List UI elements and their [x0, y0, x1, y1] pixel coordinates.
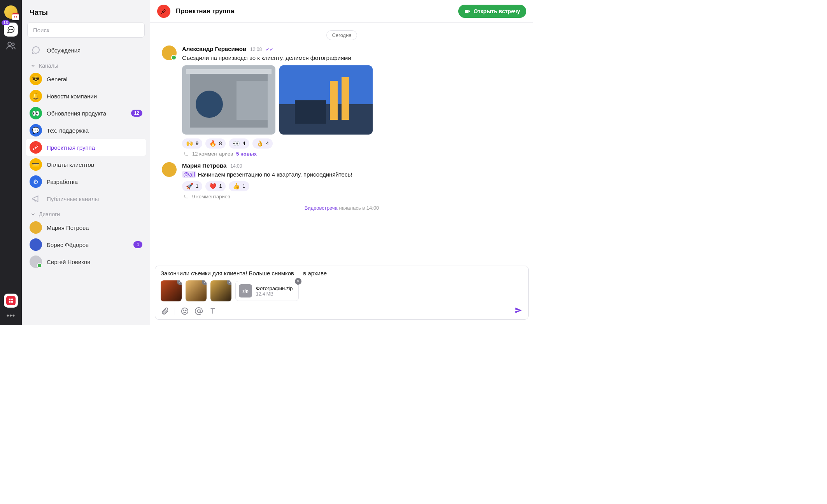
sidebar-item-label: Обновления продукта [47, 110, 126, 117]
message-photos [182, 65, 522, 135]
format-button[interactable] [209, 307, 217, 315]
unread-badge: 1 [133, 241, 142, 248]
messages-pane[interactable]: Сегодня Александр Герасимов 12:08 ✓✓ Съе… [150, 23, 533, 266]
message: Александр Герасимов 12:08 ✓✓ Съездили на… [162, 46, 522, 157]
reaction-chip[interactable]: ❤️1 [205, 181, 226, 191]
rail-people-button[interactable] [6, 40, 16, 52]
svg-point-3 [8, 42, 11, 46]
svg-point-0 [9, 29, 10, 30]
message-composer[interactable]: Закончили съемки для клиента! Больше сни… [155, 266, 529, 320]
message-avatar[interactable] [162, 162, 177, 177]
message-text: Съездили на производство к клиенту, дели… [182, 54, 522, 62]
people-icon [6, 40, 16, 51]
svg-point-2 [12, 29, 12, 30]
reaction-chip[interactable]: 👍1 [229, 181, 249, 191]
sidebar-item-label: Тех. поддержка [47, 127, 142, 134]
svg-rect-7 [9, 301, 11, 303]
reaction-chip[interactable]: 🚀1 [182, 181, 202, 191]
discussion-icon [30, 44, 42, 56]
sidebar-item-discussions[interactable]: Обсуждения [26, 42, 146, 59]
svg-rect-6 [11, 299, 13, 300]
sidebar-channel-item[interactable]: ⚙ Разработка [26, 173, 146, 190]
sidebar-dialog-item[interactable]: Мария Петрова [26, 219, 146, 236]
image-attachment-thumb[interactable]: ✕ [210, 280, 231, 301]
mention-button[interactable] [194, 307, 203, 315]
channel-icon: ⚙ [30, 175, 42, 188]
channel-icon: 💬 [30, 124, 42, 136]
photo-attachment[interactable] [182, 65, 275, 135]
user-avatar [30, 256, 42, 268]
sidebar-item-label: Разработка [47, 178, 142, 185]
channel-header: 🖊 Проектная группа Открыть встречу [150, 0, 533, 23]
channel-icon: 🖊 [30, 141, 42, 154]
composer-input-text[interactable]: Закончили съемки для клиента! Больше сни… [161, 270, 523, 276]
file-name: Фотографии.zip [256, 285, 293, 291]
at-icon [194, 307, 203, 315]
read-checks-icon: ✓✓ [266, 47, 273, 52]
section-dialogs-header[interactable]: Диалоги [26, 207, 146, 219]
svg-rect-18 [342, 77, 349, 120]
sidebar-item-label: Борис Фёдоров [47, 242, 129, 248]
rail-app-button[interactable] [4, 294, 18, 308]
channel-icon: 😎 [30, 73, 42, 85]
svg-rect-14 [237, 81, 268, 120]
reaction-chip[interactable]: 🔥8 [205, 138, 226, 149]
svg-point-4 [12, 43, 14, 46]
sidebar-dialog-item[interactable]: Борис Фёдоров 1 [26, 236, 146, 253]
new-comments-count[interactable]: 5 новых [236, 151, 257, 157]
reaction-chip[interactable]: 🙌9 [182, 138, 202, 149]
reaction-chip[interactable]: 👌4 [252, 138, 273, 149]
message-author[interactable]: Александр Герасимов [182, 46, 246, 52]
sidebar-channel-item[interactable]: 💳 Оплаты клиентов [26, 156, 146, 173]
mention[interactable]: @all [182, 171, 196, 178]
rail-more-button[interactable]: ••• [7, 312, 15, 320]
attach-button[interactable] [161, 307, 169, 315]
video-link[interactable]: Видеовстреча [305, 205, 338, 211]
sidebar-channel-item[interactable]: 😎 General [26, 70, 146, 88]
sidebar-item-label: Проектная группа [47, 144, 142, 151]
sidebar-item-public-channels[interactable]: Публичные каналы [26, 190, 146, 207]
section-channels-header[interactable]: Каналы [26, 59, 146, 70]
svg-rect-17 [330, 81, 338, 120]
comments-thread[interactable]: 9 комментариев [182, 194, 522, 200]
sidebar-channel-item[interactable]: 💬 Тех. поддержка [26, 122, 146, 139]
composer-toolbar [161, 305, 523, 316]
file-attachment[interactable]: zip Фотографии.zip 12.4 MB ✕ [235, 281, 299, 301]
message-avatar[interactable] [162, 46, 177, 60]
sidebar-dialog-item[interactable]: Сергей Новиков [26, 253, 146, 270]
svg-point-22 [186, 310, 186, 311]
file-size: 12.4 MB [256, 291, 293, 297]
chevron-down-icon [30, 63, 36, 68]
user-avatar [30, 238, 42, 251]
reaction-chip[interactable]: 👀4 [229, 138, 249, 149]
channel-title: Проектная группа [176, 7, 453, 15]
sidebar-channel-item[interactable]: 🖊 Проектная группа [26, 139, 146, 156]
svg-rect-5 [9, 299, 11, 300]
emoji-button[interactable] [180, 307, 189, 315]
user-avatar [30, 221, 42, 234]
sidebar-channel-item[interactable]: 👀 Обновления продукта 12 [26, 105, 146, 122]
image-attachment-thumb[interactable]: ✕ [161, 280, 182, 301]
remove-attachment-button[interactable]: ✕ [295, 278, 301, 285]
svg-point-21 [183, 310, 184, 311]
photo-attachment[interactable] [279, 65, 373, 135]
megaphone-icon [30, 192, 42, 205]
remove-attachment-button[interactable]: ✕ [202, 280, 207, 285]
comments-count: 12 комментариев [192, 151, 233, 157]
sidebar-item-label: Сергей Новиков [47, 259, 142, 265]
send-button[interactable] [514, 306, 523, 316]
remove-attachment-button[interactable]: ✕ [177, 280, 182, 285]
message-text: @all Начинаем презентацию по 4 кварталу,… [182, 170, 522, 179]
open-meeting-button[interactable]: Открыть встречу [458, 5, 526, 18]
remove-attachment-button[interactable]: ✕ [227, 280, 231, 285]
user-avatar[interactable]: 13 [4, 5, 18, 19]
unread-badge: 13 [2, 20, 10, 25]
image-attachment-thumb[interactable]: ✕ [186, 280, 207, 301]
comments-thread[interactable]: 12 комментариев 5 новых [182, 151, 522, 157]
rail-chats-button[interactable]: 13 [4, 23, 18, 37]
svg-rect-15 [279, 65, 373, 104]
sidebar-channel-item[interactable]: 🔔 Новости компании [26, 88, 146, 105]
search-input[interactable] [27, 22, 145, 38]
message-author[interactable]: Мария Петрова [182, 162, 226, 169]
smile-icon [180, 307, 189, 315]
